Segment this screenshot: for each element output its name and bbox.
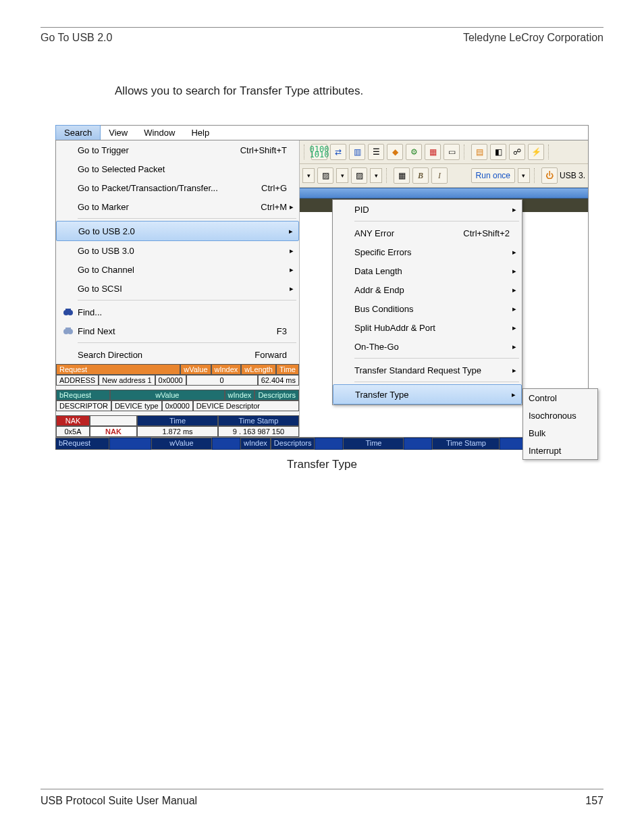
submenu-arrow-icon: ▸	[510, 286, 516, 294]
transfer-type-submenu: Control Isochronous Bulk Interrupt	[522, 388, 598, 460]
menu-separator	[354, 382, 519, 382]
smi-pid[interactable]: PID ▸	[333, 200, 522, 219]
tt-bulk[interactable]: Bulk	[523, 424, 597, 442]
mi-go-to-marker[interactable]: Go to Marker Ctrl+M ▸	[56, 197, 299, 216]
run-once-dropdown-icon[interactable]: ▾	[518, 168, 530, 183]
usb3-indicator[interactable]: ⏻ USB 3.	[541, 167, 585, 184]
trace-cell: New address 1	[99, 375, 155, 386]
trace-cell: 0x0000	[155, 375, 186, 386]
tt-control[interactable]: Control	[523, 389, 597, 407]
run-once-button[interactable]: Run once	[471, 168, 515, 183]
mi-go-to-usb20[interactable]: Go to USB 2.0 ▸	[56, 221, 299, 241]
bold-b-icon[interactable]: B	[412, 167, 429, 184]
binoculars-icon	[59, 303, 78, 321]
mi-go-to-channel[interactable]: Go to Channel ▸	[56, 260, 299, 279]
mi-search-direction[interactable]: Search Direction Forward	[56, 345, 299, 364]
trace-area: Request wValue wIndex wLength Time ADDRE…	[56, 364, 299, 437]
blue-bar	[300, 188, 588, 199]
tt-interrupt[interactable]: Interrupt	[523, 442, 597, 459]
submenu-arrow-icon: ▸	[510, 366, 516, 375]
mi-go-to-trigger[interactable]: Go to Trigger Ctrl+Shift+T	[56, 140, 299, 159]
toolbar-row-2: ▾ ▨ ▾ ▨ ▾ ▦ B I Run once ▾ ⏻ USB 3.	[300, 164, 588, 188]
footer-left: USB Protocol Suite User Manual	[41, 795, 197, 807]
menu-help[interactable]: Help	[183, 126, 217, 140]
menu-separator	[78, 342, 296, 343]
trace-cell: wIndex	[225, 390, 255, 400]
trace-cell: bRequest	[56, 390, 110, 400]
trace-cell: ADDRESS	[56, 375, 99, 386]
mi-go-to-selected-packet[interactable]: Go to Selected Packet	[56, 159, 299, 178]
trace-cell: 0	[186, 375, 258, 386]
submenu-arrow-icon: ▸	[287, 284, 294, 293]
smi-transfer-std-req-type[interactable]: Transfer Standard Request Type ▸	[333, 361, 522, 380]
bolt-icon[interactable]: ⚡	[528, 144, 544, 160]
sheet-icon[interactable]: ▤	[471, 144, 487, 160]
submenu-arrow-icon: ▸	[287, 265, 294, 274]
trace-cell: wValue	[110, 390, 225, 400]
mi-go-to-ptt[interactable]: Go to Packet/Transaction/Transfer... Ctr…	[56, 178, 299, 197]
submenu-arrow-icon: ▸	[286, 227, 293, 236]
submenu-arrow-icon: ▸	[509, 390, 516, 399]
toolbar-row-1: 01001010 ⇄ ▥ ☰ ◆ ⚙ ▦ ▭ ▤ ◧ ☍ ⚡	[300, 140, 588, 164]
menu-search[interactable]: Search	[55, 125, 101, 140]
submenu-arrow-icon: ▸	[287, 246, 294, 255]
tag-icon[interactable]: ◧	[490, 144, 506, 160]
diamond-icon[interactable]: ◆	[387, 144, 403, 160]
dropdown-icon[interactable]: ▾	[370, 168, 382, 183]
smi-bus-conditions[interactable]: Bus Conditions ▸	[333, 299, 522, 318]
smi-on-the-go[interactable]: On-The-Go ▸	[333, 337, 522, 356]
smi-any-error[interactable]: ANY Error Ctrl+Shift+2	[333, 224, 522, 242]
menu-window[interactable]: Window	[136, 126, 183, 140]
italic-i-icon[interactable]: I	[431, 167, 448, 184]
figure-caption: Transfer Type	[41, 458, 603, 471]
tt-isochronous[interactable]: Isochronous	[523, 407, 597, 424]
mi-go-to-scsi[interactable]: Go to SCSI ▸	[56, 279, 299, 298]
swap-icon[interactable]: ⇄	[330, 144, 346, 160]
dropdown-icon[interactable]: ▾	[302, 168, 315, 183]
menu-separator	[354, 358, 519, 359]
smi-transfer-type[interactable]: Transfer Type ▸	[333, 384, 522, 405]
svg-rect-5	[65, 328, 71, 330]
trace-cell: Time	[276, 364, 299, 375]
bus-icon[interactable]: ▦	[425, 144, 441, 160]
trace-cell: wValue	[151, 438, 212, 450]
trace-cell: Request	[56, 364, 180, 375]
mi-find-next[interactable]: Find Next F3	[56, 321, 299, 340]
smi-addr-endp[interactable]: Addr & Endp ▸	[333, 280, 522, 299]
menu-view[interactable]: View	[101, 126, 136, 140]
link-icon[interactable]: ☍	[509, 144, 525, 160]
trace-cell: wIndex	[211, 364, 242, 375]
menu-separator	[78, 300, 296, 301]
mi-find[interactable]: Find...	[56, 303, 299, 321]
hide-a-icon[interactable]: ▨	[317, 167, 333, 184]
bars-icon[interactable]: ▥	[349, 144, 365, 160]
list-icon[interactable]: ☰	[368, 144, 384, 160]
smi-specific-errors[interactable]: Specific Errors ▸	[333, 242, 522, 261]
submenu-arrow-icon: ▸	[510, 323, 516, 332]
svg-rect-2	[65, 309, 71, 311]
smi-data-length[interactable]: Data Length ▸	[333, 261, 522, 280]
usb-icon: ⏻	[541, 167, 558, 184]
smi-split-hubaddr-port[interactable]: Split HubAddr & Port ▸	[333, 318, 522, 337]
trace-cell: NAK	[56, 415, 90, 426]
trace-cell: DEVICE Descriptor	[193, 400, 299, 411]
trace-cell: Descriptors	[254, 390, 299, 400]
panel-icon[interactable]: ▭	[444, 144, 460, 160]
binoculars-next-icon	[59, 321, 78, 340]
binary-icon[interactable]: 01001010	[311, 144, 327, 160]
trace-cell: wValue	[180, 364, 211, 375]
submenu-arrow-icon: ▸	[510, 305, 516, 313]
grid-icon[interactable]: ▦	[394, 167, 410, 184]
hide-b-icon[interactable]: ▨	[351, 167, 367, 184]
trace-cell: DEVICE type	[111, 400, 162, 411]
submenu-arrow-icon: ▸	[510, 205, 516, 214]
trace-cell: bRequest	[55, 438, 109, 450]
screenshot: Search View Window Help Go to Trigger Ct…	[55, 125, 589, 450]
page-header-left: Go To USB 2.0	[41, 32, 112, 44]
trace-cell: Time Stamp	[218, 415, 299, 426]
mi-go-to-usb30[interactable]: Go to USB 3.0 ▸	[56, 241, 299, 260]
trace-cell: 62.404 ms	[258, 375, 299, 386]
dropdown-icon[interactable]: ▾	[336, 168, 348, 183]
config-icon[interactable]: ⚙	[406, 144, 422, 160]
trace-cell: wIndex	[240, 438, 271, 450]
